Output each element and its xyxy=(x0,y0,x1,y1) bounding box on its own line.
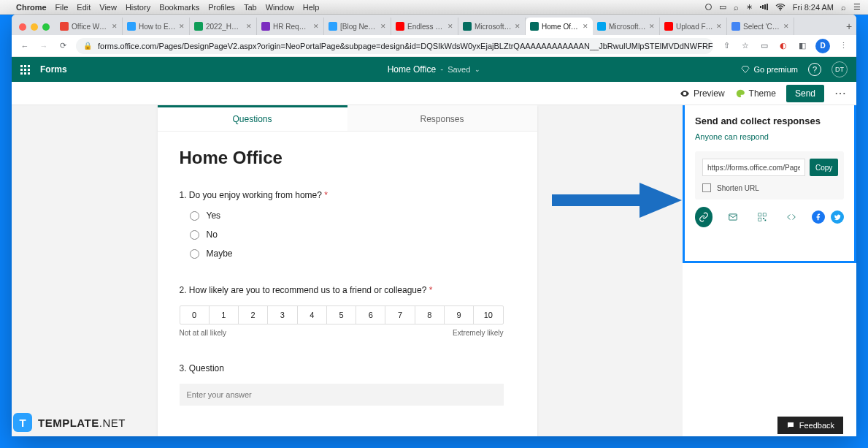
nps-cell[interactable]: 9 xyxy=(445,306,474,324)
tab-close-icon[interactable]: ✕ xyxy=(649,23,655,30)
menu-bookmarks[interactable]: Bookmarks xyxy=(159,3,199,12)
share-embed-button[interactable] xyxy=(783,207,800,227)
extensions-icon[interactable]: ▭ xyxy=(758,40,770,52)
q1-option-maybe[interactable]: Maybe xyxy=(190,248,515,259)
send-collect-panel: Send and collect responses Anyone can re… xyxy=(683,105,856,263)
menu-edit[interactable]: Edit xyxy=(77,3,91,12)
browser-tab[interactable]: Endless Sun✕ xyxy=(391,18,458,35)
more-menu-button[interactable]: ⋯ xyxy=(834,86,846,100)
share-qr-button[interactable] xyxy=(753,207,771,227)
content-area: Questions Responses Home Office 1. Do yo… xyxy=(12,105,856,436)
share-email-button[interactable] xyxy=(724,207,742,227)
nps-cell[interactable]: 3 xyxy=(268,306,297,324)
tab-close-icon[interactable]: ✕ xyxy=(783,23,789,30)
app-launcher-icon[interactable] xyxy=(20,65,30,75)
preview-button[interactable]: Preview xyxy=(680,88,725,99)
nps-cell[interactable]: 1 xyxy=(210,306,239,324)
tab-close-icon[interactable]: ✕ xyxy=(515,23,521,30)
browser-tab[interactable]: Office Workers✕ xyxy=(55,18,123,35)
tab-close-icon[interactable]: ✕ xyxy=(313,23,319,30)
menu-history[interactable]: History xyxy=(126,3,150,12)
theme-button[interactable]: Theme xyxy=(735,88,776,99)
form-title-text[interactable]: Home Office xyxy=(180,148,515,168)
browser-tab[interactable]: [Blog New Key✕ xyxy=(324,18,391,35)
nps-cell[interactable]: 7 xyxy=(385,306,415,324)
anyone-respond-link[interactable]: Anyone can respond xyxy=(695,132,844,141)
new-tab-button[interactable]: + xyxy=(842,20,856,35)
browser-tab[interactable]: Home Office✕ xyxy=(526,18,593,35)
status-search-icon[interactable]: ⌕ xyxy=(841,3,846,12)
menu-help[interactable]: Help xyxy=(303,3,320,12)
tab-close-icon[interactable]: ✕ xyxy=(448,23,453,30)
go-premium-button[interactable]: Go premium xyxy=(741,65,798,74)
share-icon[interactable]: ⇧ xyxy=(721,40,732,52)
share-twitter-button[interactable] xyxy=(831,210,844,224)
menu-window[interactable]: Window xyxy=(266,3,294,12)
feedback-button[interactable]: Feedback xyxy=(777,417,843,434)
nps-cell[interactable]: 4 xyxy=(298,306,327,324)
menu-file[interactable]: File xyxy=(55,3,69,12)
form-card: Questions Responses Home Office 1. Do yo… xyxy=(158,105,537,436)
browser-tab[interactable]: HR Requests✕ xyxy=(257,18,324,35)
share-facebook-button[interactable] xyxy=(812,210,825,224)
browser-tab[interactable]: Upload Files in✕ xyxy=(660,18,727,35)
browser-tab[interactable]: 2022_HR Requ✕ xyxy=(190,18,257,35)
tab-responses[interactable]: Responses xyxy=(347,105,537,131)
copy-button[interactable]: Copy xyxy=(810,159,838,176)
send-button[interactable]: Send xyxy=(786,85,824,102)
menu-profiles[interactable]: Profiles xyxy=(208,3,235,12)
nps-cell[interactable]: 2 xyxy=(239,306,268,324)
address-bar[interactable]: 🔒 forms.office.com/Pages/DesignPageV2.as… xyxy=(76,38,713,54)
bookmark-icon[interactable]: ☆ xyxy=(740,40,751,52)
shorten-url-option[interactable]: Shorten URL xyxy=(702,183,837,192)
form-title[interactable]: Home Office xyxy=(388,64,436,75)
tab-questions[interactable]: Questions xyxy=(158,105,347,131)
tab-label: Home Office xyxy=(542,23,580,31)
nps-cell[interactable]: 6 xyxy=(356,306,385,324)
reload-button[interactable]: ⟳ xyxy=(57,40,69,52)
browser-tab[interactable]: Select 'Collect✕ xyxy=(727,18,794,35)
nps-cell[interactable]: 8 xyxy=(415,306,445,324)
close-window-button[interactable] xyxy=(19,23,26,31)
profile-avatar[interactable]: D xyxy=(815,39,830,53)
forward-button[interactable]: → xyxy=(38,40,50,52)
q1-option-no[interactable]: No xyxy=(190,229,515,240)
q1-option-yes[interactable]: Yes xyxy=(190,210,515,221)
help-button[interactable]: ? xyxy=(808,63,821,76)
q3-input[interactable] xyxy=(180,384,504,406)
chrome-menu-button[interactable]: ⋮ xyxy=(837,40,849,52)
tab-close-icon[interactable]: ✕ xyxy=(112,23,118,30)
nps-cell[interactable]: 10 xyxy=(474,306,502,324)
status-zoom-icon: ⌕ xyxy=(734,3,739,12)
q1-opt-label: Yes xyxy=(207,210,221,221)
share-url-input[interactable] xyxy=(702,159,805,176)
favicon-icon xyxy=(194,22,203,31)
browser-tab[interactable]: How to Embed i✕ xyxy=(123,18,190,35)
menu-app[interactable]: Chrome xyxy=(16,3,47,12)
status-control-center-icon[interactable]: ☰ xyxy=(853,2,861,12)
menu-tab[interactable]: Tab xyxy=(244,3,257,12)
extension-badge-icon[interactable]: ◐ xyxy=(777,40,789,52)
nps-cell[interactable]: 5 xyxy=(327,306,356,324)
tab-close-icon[interactable]: ✕ xyxy=(179,23,185,30)
svg-rect-6 xyxy=(765,220,767,221)
share-link-button[interactable] xyxy=(695,207,713,227)
browser-tab[interactable]: Microsoft acco✕ xyxy=(593,18,660,35)
tab-close-icon[interactable]: ✕ xyxy=(380,23,386,30)
favicon-icon xyxy=(60,22,69,31)
facebook-icon xyxy=(815,213,822,221)
minimize-window-button[interactable] xyxy=(31,23,38,31)
chevron-down-icon[interactable]: ⌄ xyxy=(475,66,480,73)
user-avatar[interactable]: DT xyxy=(831,61,848,77)
back-button[interactable]: ← xyxy=(19,40,31,52)
save-status: Saved xyxy=(448,65,470,74)
extension-other-icon[interactable]: ◧ xyxy=(796,40,808,52)
tab-close-icon[interactable]: ✕ xyxy=(716,23,722,30)
menu-view[interactable]: View xyxy=(99,3,117,12)
tab-close-icon[interactable]: ✕ xyxy=(246,23,252,30)
browser-tab[interactable]: Microsoft Forms✕ xyxy=(458,18,526,35)
nps-cell[interactable]: 0 xyxy=(180,306,210,324)
maximize-window-button[interactable] xyxy=(42,23,50,31)
app-name[interactable]: Forms xyxy=(40,64,67,75)
tab-close-icon[interactable]: ✕ xyxy=(583,23,588,30)
